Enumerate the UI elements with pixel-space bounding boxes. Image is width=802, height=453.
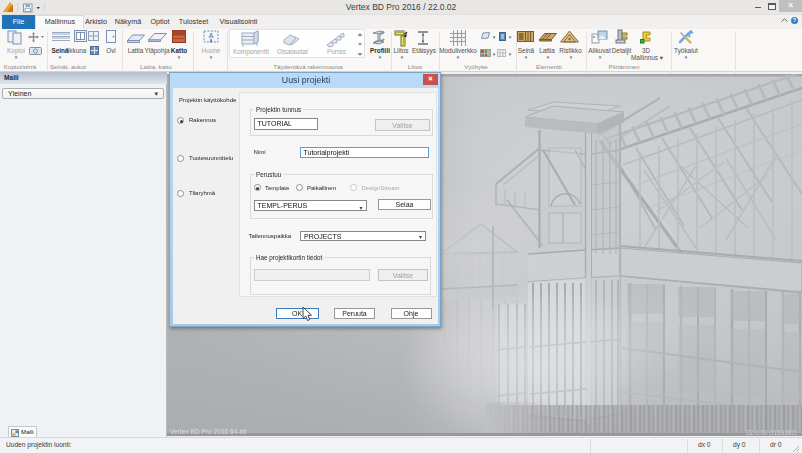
svg-text:A: A (209, 32, 214, 39)
svg-text:Vertex BD Pro 2016 64-bit: Vertex BD Pro 2016 64-bit (170, 428, 247, 435)
svg-text:22.0.02 (r153361): 22.0.02 (r153361) (746, 429, 797, 437)
